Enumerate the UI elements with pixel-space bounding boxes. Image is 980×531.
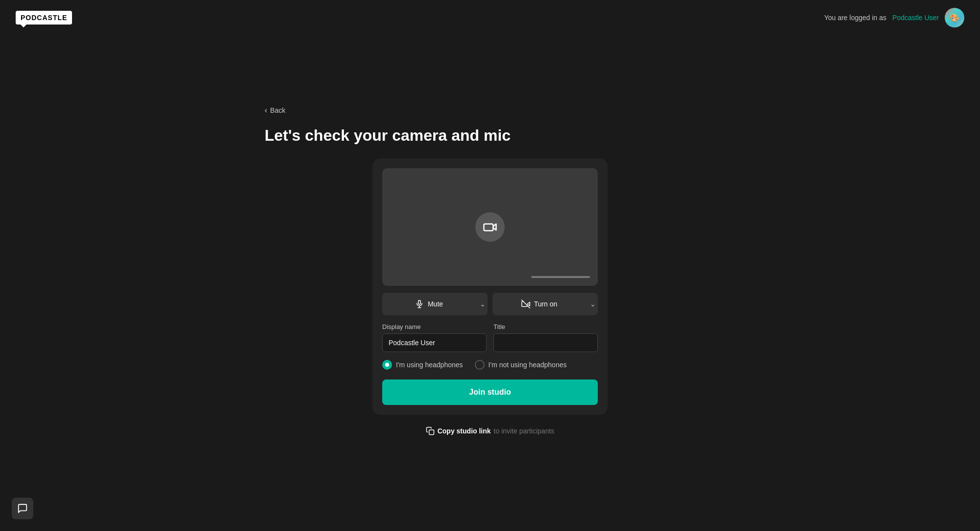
title-input[interactable]	[493, 333, 598, 352]
chat-button[interactable]	[12, 498, 33, 519]
display-name-label: Display name	[382, 323, 487, 330]
camera-icon	[483, 220, 497, 234]
headphones-row: I'm using headphones I'm not using headp…	[382, 360, 598, 370]
camera-off-placeholder	[475, 212, 505, 242]
copy-link-label[interactable]: Copy studio link	[438, 427, 491, 435]
not-using-headphones-option[interactable]: I'm not using headphones	[475, 360, 567, 370]
back-link[interactable]: ‹ Back	[265, 106, 285, 115]
using-headphones-option[interactable]: I'm using headphones	[382, 360, 463, 370]
copy-link-row: Copy studio link to invite participants	[426, 427, 555, 435]
turn-on-button[interactable]: Turn on ⌄	[492, 293, 598, 315]
back-label: Back	[270, 106, 285, 114]
mute-button[interactable]: Mute ⌄	[382, 293, 488, 315]
svg-rect-6	[429, 430, 434, 434]
form-row: Display name Title	[382, 323, 598, 352]
copy-link-icon	[426, 427, 435, 435]
svg-marker-4	[527, 302, 530, 306]
back-chevron-icon: ‹	[265, 106, 267, 115]
mute-chevron-icon: ⌄	[480, 300, 488, 308]
not-using-headphones-radio[interactable]	[475, 360, 485, 370]
video-preview	[382, 168, 598, 286]
video-progress-bar	[531, 276, 590, 278]
chat-icon	[17, 503, 28, 514]
mic-icon	[415, 300, 424, 308]
display-name-group: Display name	[382, 323, 487, 352]
turn-on-label: Turn on	[534, 300, 558, 308]
main-content: ‹ Back Let's check your camera and mic	[0, 0, 980, 531]
svg-rect-0	[484, 224, 493, 230]
svg-rect-1	[418, 300, 421, 304]
using-headphones-radio[interactable]	[382, 360, 392, 370]
copy-link-sub: to invite participants	[494, 427, 555, 435]
camera-off-icon	[521, 300, 530, 308]
not-using-headphones-label: I'm not using headphones	[489, 361, 567, 369]
page-title: Let's check your camera and mic	[265, 126, 511, 145]
controls-row: Mute ⌄ Turn on ⌄	[382, 293, 598, 315]
setup-card: Mute ⌄ Turn on ⌄ Display name	[372, 158, 608, 415]
turn-on-chevron-icon: ⌄	[590, 300, 598, 308]
display-name-input[interactable]	[382, 333, 487, 352]
title-group: Title	[493, 323, 598, 352]
join-studio-button[interactable]: Join studio	[382, 379, 598, 405]
mute-label: Mute	[428, 300, 443, 308]
using-headphones-label: I'm using headphones	[396, 361, 463, 369]
title-label: Title	[493, 323, 598, 330]
